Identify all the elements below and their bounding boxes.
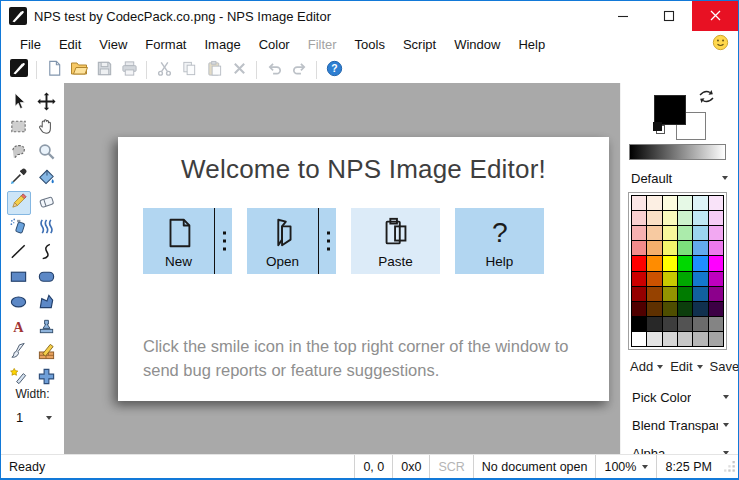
palette-swatch[interactable]: [632, 302, 646, 316]
welcome-button[interactable]: Open: [247, 208, 336, 274]
palette-swatch[interactable]: [693, 272, 707, 286]
palette-swatch[interactable]: [632, 332, 646, 346]
tool-button[interactable]: [7, 191, 31, 215]
palette-swatch[interactable]: [709, 256, 723, 270]
minimize-button[interactable]: [600, 1, 646, 32]
toolbar-button[interactable]: [152, 59, 176, 81]
toolbar-button[interactable]: [67, 59, 91, 81]
palette-swatch[interactable]: [663, 241, 677, 255]
palette-swatch[interactable]: [632, 287, 646, 301]
tool-button[interactable]: [35, 266, 59, 290]
palette-swatch[interactable]: [678, 332, 692, 346]
tool-button[interactable]: [7, 341, 31, 365]
toolbar-button[interactable]: [177, 59, 201, 81]
menu-item[interactable]: File: [11, 33, 50, 56]
palette-action-button[interactable]: Edit: [670, 359, 702, 374]
palette-swatch[interactable]: [709, 287, 723, 301]
swap-colors-button[interactable]: [698, 89, 715, 108]
palette-swatch[interactable]: [647, 272, 661, 286]
tool-button[interactable]: [35, 316, 59, 340]
palette-swatch[interactable]: [647, 302, 661, 316]
palette-swatch[interactable]: [647, 332, 661, 346]
palette-swatch[interactable]: [693, 317, 707, 331]
gradient-bar[interactable]: [629, 144, 726, 160]
tool-button[interactable]: [7, 291, 31, 315]
tool-button[interactable]: [35, 216, 59, 240]
palette-swatch[interactable]: [693, 211, 707, 225]
menu-item[interactable]: Help: [509, 33, 554, 56]
tool-button[interactable]: [7, 141, 31, 165]
palette-swatch[interactable]: [693, 256, 707, 270]
palette-swatch[interactable]: [632, 211, 646, 225]
palette-swatch[interactable]: [647, 256, 661, 270]
palette-swatch[interactable]: [647, 241, 661, 255]
palette-swatch[interactable]: [678, 287, 692, 301]
palette-swatch[interactable]: [709, 211, 723, 225]
palette-swatch[interactable]: [678, 317, 692, 331]
palette-swatch[interactable]: [678, 256, 692, 270]
palette-swatch[interactable]: [632, 272, 646, 286]
menu-item[interactable]: Script: [394, 33, 445, 56]
toolbar-button[interactable]: [92, 59, 116, 81]
status-zoom-dropdown[interactable]: 100%: [595, 455, 656, 478]
palette-swatch[interactable]: [632, 226, 646, 240]
resize-grip[interactable]: [720, 455, 738, 478]
palette-swatch[interactable]: [663, 256, 677, 270]
palette-swatch[interactable]: [709, 302, 723, 316]
palette-swatch[interactable]: [709, 226, 723, 240]
color-panel-dropdown[interactable]: Alpha: [632, 439, 729, 455]
menu-item[interactable]: Color: [250, 33, 299, 56]
palette-swatch[interactable]: [663, 302, 677, 316]
palette-swatch[interactable]: [632, 317, 646, 331]
menu-item[interactable]: Filter: [299, 33, 346, 56]
welcome-button[interactable]: New: [143, 208, 232, 274]
toolbar-button[interactable]: [42, 59, 66, 81]
palette-swatch[interactable]: [647, 211, 661, 225]
menu-item[interactable]: Image: [195, 33, 249, 56]
palette-swatch[interactable]: [678, 241, 692, 255]
palette-swatch[interactable]: [663, 317, 677, 331]
tool-button[interactable]: [35, 241, 59, 265]
tool-button[interactable]: A: [7, 316, 31, 340]
tool-button[interactable]: [35, 116, 59, 140]
palette-swatch[interactable]: [709, 317, 723, 331]
default-colors-button[interactable]: [652, 121, 666, 139]
menu-item[interactable]: Edit: [50, 33, 90, 56]
tool-button[interactable]: [7, 266, 31, 290]
palette-swatch[interactable]: [647, 226, 661, 240]
toolbar-button[interactable]: [227, 59, 251, 81]
palette-swatch[interactable]: [663, 226, 677, 240]
color-panel-dropdown[interactable]: Blend Transpar: [632, 411, 729, 439]
palette-swatch[interactable]: [632, 241, 646, 255]
toolbar-button[interactable]: [117, 59, 141, 81]
palette-action-button[interactable]: Add: [630, 359, 663, 374]
width-dropdown[interactable]: 1: [1, 410, 64, 425]
palette-swatch[interactable]: [678, 226, 692, 240]
tool-button[interactable]: [35, 291, 59, 315]
palette-swatch[interactable]: [663, 211, 677, 225]
palette-swatch[interactable]: [693, 332, 707, 346]
palette-swatch[interactable]: [693, 302, 707, 316]
toolbar-button[interactable]: ?: [322, 59, 346, 81]
palette-swatch[interactable]: [693, 196, 707, 210]
toolbar-button[interactable]: [262, 59, 286, 81]
palette-swatch[interactable]: [693, 287, 707, 301]
palette-swatch[interactable]: [678, 196, 692, 210]
palette-swatch[interactable]: [663, 196, 677, 210]
welcome-button[interactable]: ? Help: [455, 208, 544, 274]
tool-button[interactable]: [35, 141, 59, 165]
palette-swatch[interactable]: [709, 332, 723, 346]
close-button[interactable]: [692, 1, 738, 32]
palette-swatch[interactable]: [647, 317, 661, 331]
palette-swatch[interactable]: [663, 332, 677, 346]
tool-button[interactable]: [7, 166, 31, 190]
tool-button[interactable]: [35, 341, 59, 365]
toolbar-button[interactable]: [287, 59, 311, 81]
palette-swatch[interactable]: [693, 226, 707, 240]
tool-button[interactable]: [7, 116, 31, 140]
menu-item[interactable]: Window: [445, 33, 509, 56]
tool-button[interactable]: [35, 166, 59, 190]
tool-button[interactable]: [7, 91, 31, 115]
menu-item[interactable]: View: [90, 33, 136, 56]
button-menu-dots[interactable]: [327, 232, 330, 251]
